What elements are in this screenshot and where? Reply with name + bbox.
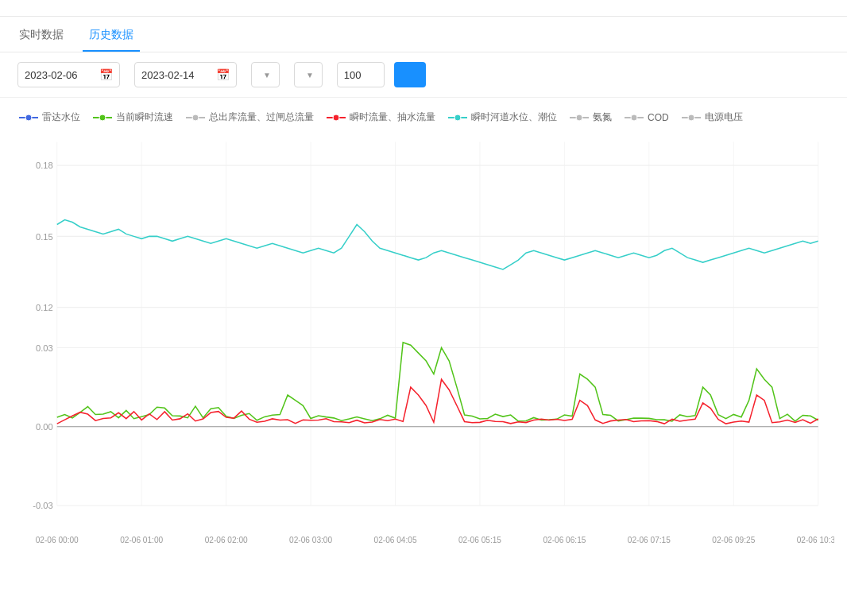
svg-point-3 <box>99 114 106 121</box>
svg-text:0.03: 0.03 <box>36 343 53 353</box>
interval-select[interactable]: ▼ <box>294 62 323 87</box>
end-date-field[interactable] <box>141 69 213 81</box>
chart-container: 0.180.150.120.030.00-0.0302-06 00:0002-0… <box>13 134 834 547</box>
tab-history[interactable]: 历史数据 <box>83 20 140 52</box>
legend-item-total-flow: 总出库流量、过闸总流量 <box>186 110 314 124</box>
type-item: ▼ <box>246 62 280 87</box>
legend-item-river-level: 瞬时河道水位、潮位 <box>448 110 557 124</box>
svg-point-5 <box>192 114 199 121</box>
svg-text:02-06 03:00: 02-06 03:00 <box>289 536 332 544</box>
svg-text:02-06 07:15: 02-06 07:15 <box>628 536 671 544</box>
chart-area: 雷达水位 当前瞬时流速 总出库流量、过闸总流量 瞬时流量、抽水流量 瞬时河道水位… <box>0 98 847 560</box>
svg-text:0.18: 0.18 <box>36 161 53 170</box>
svg-text:02-06 04:05: 02-06 04:05 <box>374 536 417 544</box>
svg-text:02-06 01:00: 02-06 01:00 <box>120 536 163 544</box>
legend: 雷达水位 当前瞬时流速 总出库流量、过闸总流量 瞬时流量、抽水流量 瞬时河道水位… <box>13 110 834 124</box>
svg-text:0.00: 0.00 <box>36 422 53 432</box>
qty-item <box>332 62 385 87</box>
legend-item-cod: COD <box>625 112 669 123</box>
svg-point-15 <box>688 114 694 121</box>
start-date-input[interactable]: 📅 <box>17 62 120 87</box>
calendar-icon-start: 📅 <box>99 68 113 81</box>
svg-text:02-06 09:25: 02-06 09:25 <box>712 536 755 544</box>
interval-item: ▼ <box>289 62 323 87</box>
type-arrow-icon: ▼ <box>263 71 271 79</box>
svg-point-11 <box>576 114 582 121</box>
svg-text:02-06 00:00: 02-06 00:00 <box>36 536 79 544</box>
end-date-item: 📅 <box>130 62 237 87</box>
search-button[interactable] <box>394 62 426 87</box>
legend-item-ammonia: 氨氮 <box>570 110 612 124</box>
start-date-field[interactable] <box>25 69 96 81</box>
svg-text:02-06 05:15: 02-06 05:15 <box>458 536 501 544</box>
svg-text:02-06 02:00: 02-06 02:00 <box>205 536 248 544</box>
header <box>0 0 847 17</box>
svg-point-1 <box>25 114 32 121</box>
legend-item-instant-flow: 瞬时流量、抽水流量 <box>327 110 435 124</box>
calendar-icon-end: 📅 <box>216 68 230 81</box>
interval-arrow-icon: ▼ <box>306 71 314 79</box>
svg-text:-0.03: -0.03 <box>33 501 52 510</box>
svg-text:02-06 06:15: 02-06 06:15 <box>543 536 586 544</box>
legend-item-power: 电源电压 <box>682 110 743 124</box>
svg-point-7 <box>333 114 339 121</box>
end-date-input[interactable]: 📅 <box>134 62 237 87</box>
start-date-item: 📅 <box>13 62 120 87</box>
qty-input[interactable] <box>337 62 385 87</box>
legend-item-radar: 雷达水位 <box>19 110 80 124</box>
svg-text:02-06 10:30: 02-06 10:30 <box>797 536 834 544</box>
svg-text:0.12: 0.12 <box>36 303 53 312</box>
legend-item-current-flow: 当前瞬时流速 <box>93 110 173 124</box>
svg-point-13 <box>631 114 637 121</box>
tabs-bar: 实时数据 历史数据 <box>0 20 847 52</box>
toolbar: 📅 📅 ▼ ▼ <box>0 52 847 98</box>
type-select[interactable]: ▼ <box>251 62 280 87</box>
svg-point-9 <box>454 114 461 121</box>
tab-realtime[interactable]: 实时数据 <box>13 20 70 52</box>
svg-text:0.15: 0.15 <box>36 231 53 241</box>
